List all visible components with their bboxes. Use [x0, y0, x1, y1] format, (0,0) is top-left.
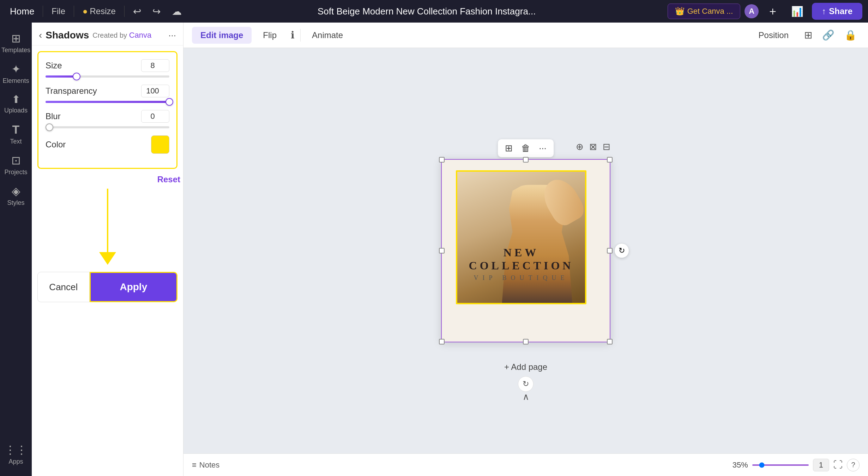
handle-middle-right[interactable]: [607, 248, 613, 254]
zoom-slider[interactable]: [752, 464, 809, 466]
transparency-input[interactable]: [141, 85, 169, 97]
page-indicator: 1: [813, 459, 829, 471]
topbar-divider-2: [74, 6, 74, 17]
more-options-button[interactable]: ···: [536, 141, 549, 155]
fullscreen-button[interactable]: ⛶: [833, 459, 843, 470]
sidebar-item-apps[interactable]: ⋮⋮ Apps: [2, 440, 30, 469]
handle-bottom-left[interactable]: [439, 339, 445, 344]
animate-button[interactable]: Animate: [303, 27, 351, 44]
add-page-button[interactable]: + Add page: [504, 362, 547, 372]
secondary-toolbar: Edit image Flip ℹ Animate Position ⊞ 🔗 🔒: [183, 23, 868, 48]
resize-button[interactable]: ● Resize: [78, 4, 120, 18]
transparency-label-row: Transparency: [46, 85, 169, 97]
expand-icon-1: ⊕: [576, 141, 584, 152]
show-pages-button[interactable]: ∧: [523, 391, 529, 402]
rotate-handle[interactable]: ↻: [615, 244, 629, 258]
topbar-divider-3: [124, 6, 125, 17]
blur-slider-track: [46, 126, 169, 128]
elements-icon: ✦: [11, 62, 21, 76]
color-control: Color: [46, 135, 169, 154]
design-subtitle: VIP BOUTIQUE: [457, 274, 585, 282]
size-label: Size: [46, 61, 62, 71]
sidebar-item-label-styles: Styles: [7, 199, 24, 207]
notes-button[interactable]: ≡ Notes: [192, 460, 219, 470]
design-title: NEW COLLECTION: [457, 246, 585, 272]
size-control: Size: [46, 59, 169, 78]
color-swatch[interactable]: [151, 135, 169, 154]
blur-control: Blur: [46, 110, 169, 128]
card-top-right-icons: ⊕ ⊠ ⊟: [576, 141, 610, 152]
zoom-level: 35%: [733, 460, 748, 470]
transparency-slider-thumb[interactable]: [165, 98, 173, 106]
avatar: A: [745, 4, 759, 18]
undo-button[interactable]: ↩: [129, 4, 145, 19]
cancel-button[interactable]: Cancel: [37, 272, 90, 302]
transparency-slider-track: [46, 101, 169, 103]
arrow-head: [99, 252, 116, 265]
canva-link[interactable]: Canva: [129, 31, 152, 39]
sidebar-item-label-templates: Templates: [1, 47, 30, 54]
cloud-button[interactable]: ☁: [168, 4, 186, 19]
reset-button[interactable]: Reset: [157, 175, 180, 184]
toolbar-divider: [300, 29, 301, 42]
grid-button[interactable]: ⊞: [801, 26, 815, 44]
add-button[interactable]: ＋: [763, 1, 783, 21]
sidebar-item-templates[interactable]: ⊞ Templates: [2, 28, 30, 57]
size-input[interactable]: [141, 59, 169, 72]
size-slider-thumb[interactable]: [73, 73, 80, 80]
resize-icon: ●: [83, 6, 88, 16]
transparency-control: Transparency: [46, 85, 169, 103]
color-label: Color: [46, 140, 66, 149]
panel-more-button[interactable]: ···: [168, 30, 176, 41]
sidebar-item-label-text: Text: [10, 138, 22, 145]
expand-icon-2: ⊠: [589, 141, 597, 152]
sidebar-item-uploads[interactable]: ⬆ Uploads: [2, 90, 30, 118]
handle-top-right[interactable]: [607, 157, 613, 163]
sidebar-item-label-projects: Projects: [4, 169, 27, 176]
blur-label: Blur: [46, 111, 61, 121]
handle-bottom-right[interactable]: [607, 339, 613, 344]
transparency-slider-fill: [46, 101, 169, 103]
apply-button[interactable]: Apply: [90, 272, 177, 302]
handle-top-left[interactable]: [439, 157, 445, 163]
shadow-controls-box: Size Transparency Blur: [37, 51, 177, 169]
expand-icon-3: ⊟: [603, 141, 610, 152]
templates-icon: ⊞: [11, 32, 21, 45]
chevron-up-icon: ∧: [523, 391, 529, 402]
home-button[interactable]: Home: [6, 4, 38, 19]
edit-image-button[interactable]: Edit image: [192, 27, 252, 44]
refresh-button[interactable]: ↻: [518, 376, 534, 392]
design-card[interactable]: NEW COLLECTION VIP BOUTIQUE: [441, 159, 610, 342]
get-canva-button[interactable]: 👑 Get Canva ...: [668, 4, 741, 19]
delete-button[interactable]: 🗑: [518, 141, 533, 155]
styles-icon: ◈: [12, 184, 20, 198]
handle-top-middle[interactable]: [523, 157, 529, 163]
file-button[interactable]: File: [47, 4, 70, 18]
sidebar-item-elements[interactable]: ✦ Elements: [2, 59, 30, 88]
canvas-area[interactable]: ⊞ 🗑 ··· ⊕ ⊠ ⊟: [183, 48, 868, 453]
info-button[interactable]: ℹ: [288, 26, 297, 44]
design-wrapper: ⊞ 🗑 ··· ⊕ ⊠ ⊟: [441, 159, 610, 342]
blur-input[interactable]: [141, 110, 169, 123]
sidebar-item-styles[interactable]: ◈ Styles: [2, 181, 30, 210]
yellow-arrow: [97, 189, 118, 265]
panel-back-button[interactable]: ‹: [39, 30, 42, 41]
card-text: NEW COLLECTION VIP BOUTIQUE: [457, 246, 585, 282]
sidebar-item-text[interactable]: T Text: [2, 119, 30, 149]
sidebar-item-projects[interactable]: ⊡ Projects: [2, 150, 30, 179]
position-button[interactable]: Position: [750, 27, 797, 44]
analytics-button[interactable]: 📊: [787, 4, 808, 19]
lock-button[interactable]: 🔒: [842, 26, 860, 44]
share-button[interactable]: ↑ Share: [812, 3, 862, 20]
redo-button[interactable]: ↪: [148, 4, 165, 19]
help-button[interactable]: ?: [847, 459, 860, 471]
link-button[interactable]: 🔗: [819, 26, 837, 44]
handle-bottom-middle[interactable]: [523, 339, 529, 344]
link-icon: 🔗: [822, 30, 834, 41]
panel-header: ‹ Shadows Created by Canva ···: [32, 23, 183, 45]
flip-button[interactable]: Flip: [254, 27, 285, 44]
handle-middle-left[interactable]: [439, 248, 445, 254]
add-to-designs-button[interactable]: ⊞: [502, 141, 516, 155]
blur-slider-thumb[interactable]: [46, 123, 53, 131]
crown-icon: 👑: [675, 7, 685, 16]
